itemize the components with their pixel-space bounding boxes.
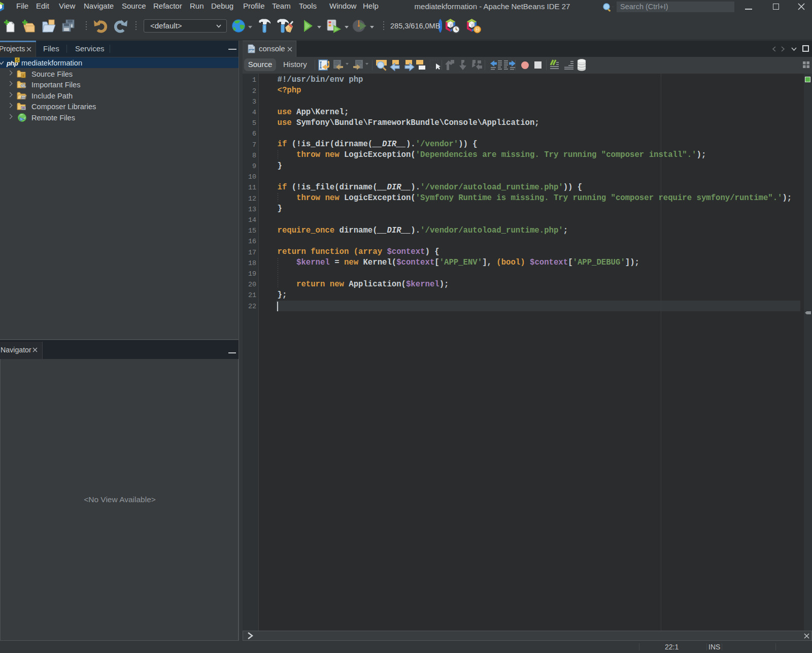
svg-text:php: php [249,49,255,52]
